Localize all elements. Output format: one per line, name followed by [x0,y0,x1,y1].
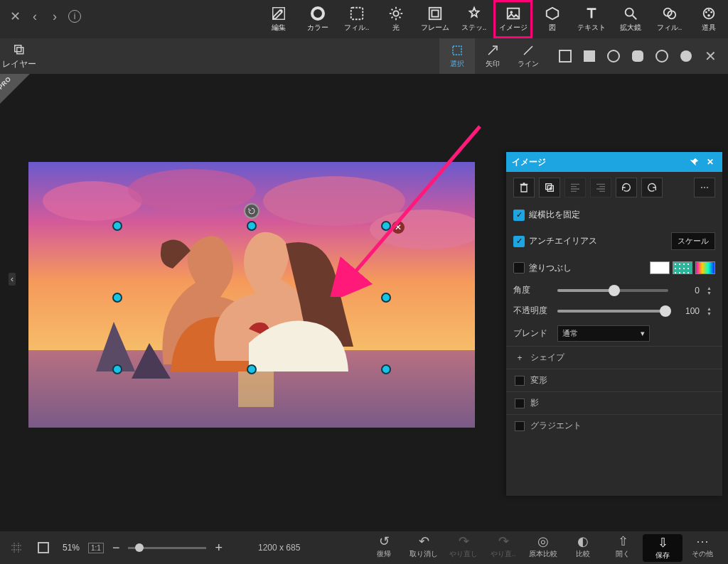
arrow-icon [486,43,500,58]
shape-rect-outline[interactable] [557,48,573,64]
bottom-undo[interactable]: ↶取り消し [404,534,444,562]
opacity-stepper[interactable]: ▲▼ [707,306,715,316]
bottom-open[interactable]: ⇧開く [603,534,643,562]
tool-image[interactable]: イメージ [493,0,532,38]
tool-shape[interactable]: 図 [532,0,572,38]
rotate-cw-button[interactable] [641,178,663,197]
svg-point-25 [707,14,710,17]
shape-rect-fill[interactable] [582,48,597,64]
subtoolbar-close-icon[interactable]: ✕ [702,48,718,64]
bottom-revert[interactable]: ↺復帰 [364,534,404,562]
aspect-checkbox[interactable]: ✓縦横比を固定 [513,209,580,221]
opacity-slider[interactable] [557,310,668,313]
accordion-2[interactable]: 影 [506,391,722,414]
rotate-handle[interactable] [244,203,259,219]
align-left-button[interactable] [564,178,586,197]
zoom-in[interactable]: + [212,541,225,555]
angle-stepper[interactable]: ▲▼ [707,286,715,295]
remove-handle[interactable]: ✕ [392,221,405,234]
selection-box[interactable]: ✕ [117,226,386,369]
accordion-0[interactable]: +シェイプ [506,346,722,369]
svg-point-36 [680,50,692,62]
open-icon: ⇧ [618,534,628,548]
align-right-button[interactable] [590,178,611,197]
image-icon [505,6,521,21]
subtool-select[interactable]: 選択 [439,38,475,74]
layer-button[interactable]: レイヤー [0,38,38,74]
blend-label: ブレンド [513,327,550,340]
tool-magnify[interactable]: 拡大鏡 [611,0,650,38]
svg-point-15 [510,11,513,13]
shape-icon [545,6,560,21]
tool-edit[interactable]: 編集 [259,0,298,38]
zoom-out[interactable]: − [109,541,123,555]
opacity-label: 不透明度 [513,305,550,317]
svg-line-11 [399,9,400,11]
swatch-pattern[interactable] [673,261,692,274]
bottom-redo: ↷やり直し [444,534,483,562]
duplicate-button[interactable] [539,178,560,197]
delete-button[interactable] [513,178,535,197]
angle-value: 0 [675,286,700,295]
square-icon[interactable] [33,537,54,558]
shape-circle-outline[interactable] [606,48,621,64]
tool-filter2[interactable]: フィル.. [650,0,689,38]
handle-tm[interactable] [247,221,257,231]
fill-checkbox[interactable]: 塗りつぶし [513,262,572,274]
back-icon[interactable]: ‹ [28,10,41,23]
handle-mr[interactable] [381,293,391,303]
accordion-1[interactable]: 変形 [506,369,722,391]
more-button[interactable]: ⋯ [694,178,715,197]
forward-icon[interactable]: › [48,10,61,23]
svg-line-10 [391,17,392,18]
rotate-ccw-button[interactable] [616,178,637,197]
blend-dropdown[interactable]: 通常▾ [557,325,650,342]
angle-slider[interactable] [557,289,668,292]
handle-ml[interactable] [112,293,122,303]
canvas[interactable]: ✕ [28,162,475,428]
antialias-checkbox[interactable]: ✓アンチエイリアス [513,235,597,247]
inspector-close-icon[interactable]: ✕ [704,156,717,168]
zoom-slider[interactable] [128,547,206,549]
tool-filter[interactable]: フィル.. [337,0,376,38]
grid-icon[interactable] [6,537,27,558]
bottom-compare[interactable]: ◎原本比較 [523,534,563,562]
svg-rect-32 [584,50,595,62]
subtool-arrow[interactable]: 矢印 [475,38,510,74]
tool-tools[interactable]: 道具 [689,0,728,38]
pin-icon[interactable] [688,156,701,168]
close-icon[interactable]: ✕ [9,10,21,23]
inspector-title: イメージ ✕ [506,152,722,172]
swatch-white[interactable] [650,261,670,274]
swatch-gradient[interactable] [695,261,715,274]
tool-color[interactable]: カラー [298,0,337,38]
shape-circle-outline-2[interactable] [654,48,670,64]
info-icon[interactable]: i [68,10,81,23]
handle-bl[interactable] [112,364,122,374]
handle-bm[interactable] [247,364,257,374]
scale-button[interactable]: スケール [671,232,715,250]
handle-tr[interactable] [381,221,391,231]
ratio-11[interactable]: 1:1 [88,543,104,553]
accordion-3[interactable]: グラジエント [506,414,722,437]
frame-icon [427,6,443,21]
svg-rect-0 [272,8,284,20]
tool-frame[interactable]: フレーム [415,0,454,38]
shape-circle-fill[interactable] [678,48,694,64]
handle-br[interactable] [381,364,391,374]
bottom-save[interactable]: ⇩保存 [643,534,682,562]
panel-toggle-left[interactable]: ‹ [9,273,16,286]
opacity-value: 100 [675,306,700,316]
bottom-compare2[interactable]: ◐比較 [563,534,603,562]
svg-point-33 [608,50,619,62]
shape-roundrect-fill[interactable] [630,48,646,64]
svg-point-22 [705,11,707,13]
bottom-more[interactable]: ⋯その他 [682,534,722,562]
tool-sticker[interactable]: ステッ.. [454,0,493,38]
redo2-icon: ↷ [498,534,509,548]
handle-tl[interactable] [112,221,122,231]
tool-light[interactable]: 光 [376,0,415,38]
tool-text[interactable]: テキスト [572,0,611,38]
subtool-line[interactable]: ライン [510,38,546,74]
svg-point-41 [43,181,142,221]
